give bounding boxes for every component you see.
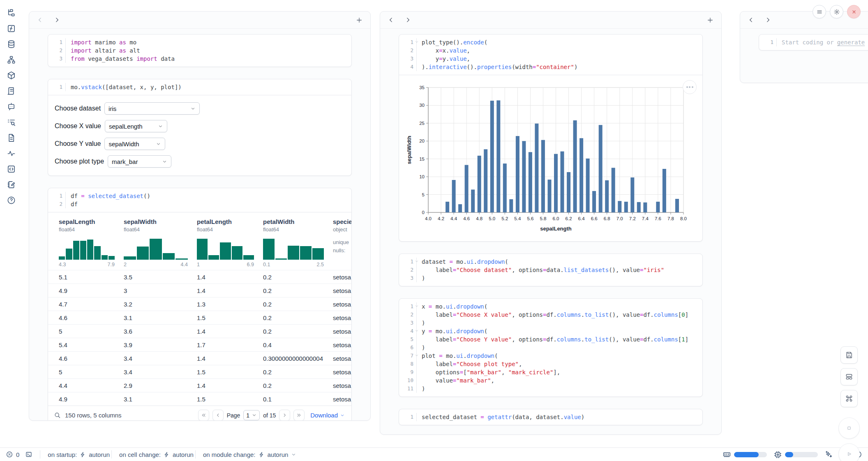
column-name[interactable]: petalLength [197,218,258,225]
status-bar: 0 on startup:autorunon cell change:autor… [0,447,868,461]
chevron-left-icon[interactable] [388,16,395,23]
cell-xy-plot-dropdowns[interactable]: 1x = mo.ui.dropdown(2 label="Choose X va… [399,298,703,397]
notebook-pen-icon[interactable] [7,180,16,189]
column-name[interactable]: sepalLength [59,218,119,225]
database-icon[interactable] [7,39,16,49]
cell-vstack[interactable]: 1mo.vstack([dataset, x, y, plot])Choose … [48,79,352,176]
table-row[interactable]: 4.63.11.50.2setosa [48,311,351,324]
page-select[interactable]: 1 [243,410,260,420]
chevron-right-icon[interactable] [53,16,60,23]
log-search-icon[interactable] [7,118,16,127]
window-controls [813,5,861,18]
run-all-button[interactable] [838,443,860,461]
code-editor[interactable]: 1dataset = mo.ui.dropdown(2 label="Choos… [399,254,702,286]
svg-text:6.6: 6.6 [591,216,598,221]
search-icon[interactable] [54,412,61,419]
code-editor[interactable]: 1selected_dataset = getattr(data, datase… [399,409,702,425]
cell-new-empty[interactable]: 1 Start coding or generate with AI [759,34,868,51]
choose-x-value-select[interactable]: sepalLength [105,120,167,132]
close-button[interactable] [847,5,861,18]
table-row[interactable]: 5.43.91.70.4setosa [48,338,351,351]
table-row[interactable]: 53.41.50.2setosa [48,365,351,378]
next-page-button[interactable] [279,410,290,421]
column-name[interactable]: species [333,218,351,225]
stop-button[interactable] [838,417,860,439]
column-name[interactable]: sepalWidth [124,218,192,225]
cpu-icon [773,450,782,459]
bot-icon[interactable] [7,102,16,111]
table-row[interactable]: 53.61.40.2setosa [48,324,351,338]
first-page-button[interactable] [198,410,209,421]
cell-imports[interactable]: 1import marimo as mo2import altair as al… [48,34,352,67]
table-row[interactable]: 4.93.11.50.1setosa [48,392,351,406]
add-column-button[interactable] [706,16,714,24]
cell-dataset-dropdown[interactable]: 1dataset = mo.ui.dropdown(2 label="Choos… [399,254,703,286]
tree-icon[interactable] [7,8,16,18]
workflow-icon[interactable] [7,55,16,65]
menu-button[interactable] [813,5,826,18]
stop-icon [845,424,854,433]
save-button[interactable] [840,346,858,364]
last-page-button[interactable] [293,410,305,421]
chart-more-options-button[interactable] [683,80,697,94]
chevron-right-icon[interactable] [404,16,411,23]
function-square-icon[interactable] [7,24,16,33]
row-count-summary: 150 rows, 5 columns [65,412,122,419]
on-startup--setting[interactable]: on startup:autorun [40,450,110,459]
layout-grid-icon [845,373,853,381]
layout-button[interactable] [840,368,858,385]
shortcuts-button[interactable] [840,390,858,407]
table-row[interactable]: 4.63.41.40.3000000000000004setosa [48,351,351,365]
file-text-icon[interactable] [7,133,16,143]
choose-plot-type-select[interactable]: mark_bar [108,155,171,168]
cell-plot-encode[interactable]: 1plot_type().encode(2 x=x.value,3 y=y.va… [399,34,703,242]
choose-dataset-select[interactable]: iris [104,102,200,115]
table-row[interactable]: 4.42.91.40.2setosa [48,378,351,392]
chevrons-first-icon [201,413,206,418]
previous-page-button[interactable] [212,410,224,421]
code-editor[interactable]: 1x = mo.ui.dropdown(2 label="Choose X va… [399,299,702,396]
code-square-icon[interactable] [7,164,16,174]
on-module-change--setting[interactable]: on module change:autorun [195,450,296,459]
scroll-icon[interactable] [7,86,16,96]
cell-selected-dataset[interactable]: 1selected_dataset = getattr(data, datase… [399,409,703,425]
code-placeholder[interactable]: Start coding or generate with AI [776,38,868,46]
bar-chart[interactable]: 4.04.24.44.64.85.05.25.45.65.86.06.26.46… [405,81,710,238]
page-total-label: of 15 [263,412,276,419]
terminal-button[interactable] [25,451,32,458]
package-icon[interactable] [7,71,16,80]
cell-dataframe[interactable]: 1df = selected_dataset()2dfsepalLengthfl… [48,188,352,421]
chevron-right-icon[interactable] [764,16,771,23]
column-histogram [197,237,254,260]
download-button[interactable]: Download [310,412,345,419]
table-row[interactable]: 4.73.21.30.2setosa [48,297,351,311]
code-editor[interactable]: 1plot_type().encode(2 x=x.value,3 y=y.va… [399,35,702,75]
ai-sparkles-icon[interactable] [824,450,833,459]
column-histogram [124,237,188,260]
code-line: 2df [48,200,351,208]
chevrons-last-icon [296,413,302,418]
code-line: 4).interactive().properties(width="conta… [399,63,702,71]
code-editor[interactable]: 1mo.vstack([dataset, x, y, plot]) [48,79,351,95]
code-line: 1x = mo.ui.dropdown( [399,302,702,311]
column-dtype: float64 [59,226,119,233]
chevron-left-icon[interactable] [37,16,44,23]
on-cell-change--setting[interactable]: on cell change:autorun [111,450,194,459]
chevron-left-icon[interactable] [748,16,755,23]
column-name[interactable]: petalWidth [263,218,328,225]
errors-indicator[interactable]: 0 [6,451,19,458]
svg-text:35: 35 [419,85,425,90]
memory-icon [723,450,731,459]
choose-y-value-select[interactable]: sepalWidth [104,138,165,150]
activity-icon[interactable] [7,149,16,158]
table-row[interactable]: 4.931.40.2setosa [48,284,351,297]
code-editor[interactable]: 1df = selected_dataset()2df [48,188,351,212]
code-editor[interactable]: 1import marimo as mo2import altair as al… [48,35,351,67]
add-column-button[interactable] [356,16,363,24]
svg-text:5.6: 5.6 [527,216,533,221]
table-row[interactable]: 5.13.51.40.2setosa [48,270,351,284]
help-circle-icon[interactable] [7,196,16,205]
settings-button[interactable] [830,5,843,18]
generate-with-ai-link[interactable]: generate [837,39,865,46]
code-line: 2 label="Choose dataset", options=data.l… [399,266,702,274]
